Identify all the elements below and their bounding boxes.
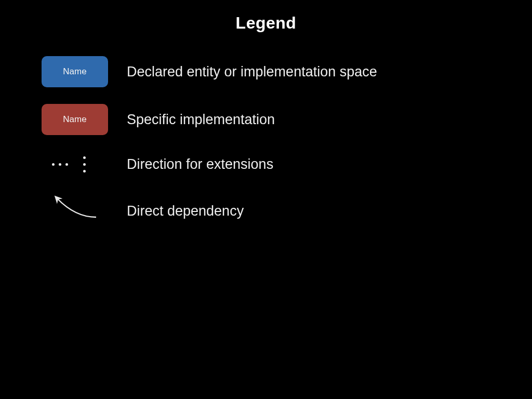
curved-arrow-icon (42, 195, 108, 227)
badge-label: Name (63, 66, 86, 77)
legend-description: Specific implementation (127, 112, 275, 128)
page-title: Legend (0, 14, 532, 33)
legend-row-specific-implementation: Name Specific implementation (42, 104, 275, 135)
legend-row-dependency: Direct dependency (42, 195, 244, 227)
legend-description: Direct dependency (127, 203, 244, 219)
legend-description: Declared entity or implementation space (127, 64, 377, 80)
ellipsis-icon (42, 154, 108, 175)
blue-badge: Name (42, 56, 108, 87)
legend-row-extensions: Direction for extensions (42, 154, 273, 175)
legend-row-declared-entity: Name Declared entity or implementation s… (42, 56, 377, 87)
red-badge: Name (42, 104, 108, 135)
legend-description: Direction for extensions (127, 156, 273, 172)
badge-label: Name (63, 114, 86, 125)
